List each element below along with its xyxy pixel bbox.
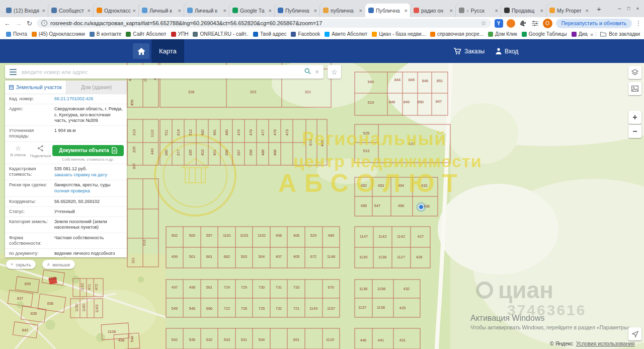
parcel-number[interactable]: 548: [130, 336, 134, 342]
tab-close-icon[interactable]: ×: [42, 8, 45, 14]
parcel-number[interactable]: 672: [310, 254, 317, 259]
parcel-number[interactable]: 535: [189, 337, 196, 342]
parcel-number[interactable]: 721: [293, 306, 300, 311]
parcel-number[interactable]: 1108: [108, 329, 116, 334]
browser-tab[interactable]: Публична×: [275, 4, 320, 17]
bookmark-item[interactable]: (45) Одноклассники: [30, 31, 87, 37]
bookmark-item[interactable]: В контакте: [88, 31, 124, 37]
browser-tab[interactable]: Публична×: [365, 4, 411, 17]
parcel-number[interactable]: 408: [276, 233, 282, 238]
parcel-number[interactable]: 837: [17, 296, 24, 301]
bookmark-item[interactable]: Facebook: [289, 31, 322, 37]
parcel-number[interactable]: 845: [409, 78, 415, 82]
attribution-terms-link[interactable]: Условия использования: [576, 340, 635, 346]
parcel-number[interactable]: 481: [212, 129, 217, 136]
tab-close-icon[interactable]: ×: [223, 8, 226, 14]
parcel-number[interactable]: 557: [206, 233, 213, 238]
parcel-number[interactable]: 452: [361, 183, 367, 188]
parcel-number[interactable]: 471: [87, 284, 92, 291]
parcel-number[interactable]: 1162: [80, 283, 85, 291]
parcel-number[interactable]: 323: [250, 90, 257, 94]
parcel-number[interactable]: 502: [172, 233, 178, 238]
parcel-number[interactable]: 466: [320, 141, 325, 147]
field-link[interactable]: полная проверка: [54, 188, 123, 194]
browser-tab[interactable]: публична×: [320, 4, 365, 17]
parcel-number[interactable]: 406: [293, 233, 300, 238]
parcel-number[interactable]: 725: [259, 306, 265, 311]
parcel-number[interactable]: 732: [276, 306, 282, 311]
parcel-number[interactable]: 313: [142, 240, 146, 246]
login-button[interactable]: Вход: [496, 48, 518, 55]
parcel-number[interactable]: 674: [308, 139, 313, 146]
bookmark-item[interactable]: Сайт Абсолют: [124, 31, 168, 37]
window-close-button[interactable]: ×: [634, 6, 641, 11]
browser-tab[interactable]: радио он×: [411, 4, 456, 17]
parcel-number[interactable]: 407: [276, 254, 282, 259]
layers-button[interactable]: [628, 66, 641, 79]
search-input[interactable]: [21, 68, 300, 76]
bookmark-item[interactable]: УПН: [169, 31, 191, 37]
parcel-number[interactable]: 1158: [377, 287, 385, 291]
parcel-number[interactable]: 731: [276, 285, 282, 290]
browser-tab[interactable]: Личный к×: [184, 4, 229, 17]
tab-house[interactable]: Дом (здание): [66, 81, 127, 94]
parcel-number[interactable]: 1127: [397, 255, 405, 259]
bookmark-item[interactable]: справочная росре...: [428, 31, 486, 37]
tab-close-icon[interactable]: ×: [586, 8, 589, 14]
parcel-number[interactable]: 545: [172, 306, 178, 311]
bookmark-item[interactable]: Дом Клик: [486, 31, 519, 37]
parcel-number[interactable]: 488: [273, 150, 277, 156]
parcel-number[interactable]: 500: [189, 233, 196, 238]
parcel-number[interactable]: 844: [394, 78, 401, 82]
tab-close-icon[interactable]: ×: [450, 8, 453, 14]
parcel-number[interactable]: 454: [398, 183, 405, 188]
tab-close-icon[interactable]: ×: [314, 8, 317, 14]
map-canvas[interactable]: 5408448458468515198488498508475254235134…: [0, 63, 644, 349]
parcel-number[interactable]: 1157: [327, 306, 335, 311]
parcel-number[interactable]: 1149: [309, 306, 317, 311]
parcel-number[interactable]: 512: [188, 129, 193, 136]
parcel-number[interactable]: 1138: [378, 255, 386, 259]
parcel-number[interactable]: 1137: [358, 305, 366, 310]
tab-close-icon[interactable]: ×: [269, 8, 272, 14]
parcel-number[interactable]: 441: [378, 338, 384, 342]
home-button[interactable]: [133, 43, 149, 59]
parcel-number[interactable]: 313: [132, 129, 136, 136]
parcel-number[interactable]: 1139: [359, 255, 367, 259]
share-button[interactable]: Поделиться: [30, 145, 50, 158]
parcel-number[interactable]: 431: [399, 338, 406, 342]
reload-button[interactable]: ↻: [26, 20, 33, 27]
parcel-number[interactable]: 477: [261, 129, 265, 136]
hide-panel-button[interactable]: × скрыть: [6, 260, 36, 269]
maximize-button[interactable]: □: [625, 6, 632, 11]
all-bookmarks-button[interactable]: Все закладки: [596, 31, 640, 37]
parcel-number[interactable]: 486: [261, 150, 265, 156]
parcel-number[interactable]: 489: [328, 233, 335, 238]
restart-update-button[interactable]: Перезапустить и обновить: [556, 19, 632, 28]
parcel-number[interactable]: 691: [293, 337, 300, 342]
parcel-number[interactable]: 542: [172, 337, 178, 342]
bookmark-item[interactable]: Диадок: [570, 31, 588, 37]
parcel-number[interactable]: 726: [241, 306, 248, 311]
parcel-number[interactable]: 497: [172, 285, 178, 290]
parcel-number[interactable]: 1136: [377, 305, 385, 310]
bookmark-item[interactable]: Твой адрес: [251, 31, 288, 37]
parcel-number[interactable]: 532: [206, 337, 213, 342]
tab-land-parcel[interactable]: Земельный участок: [5, 81, 66, 94]
tab-close-icon[interactable]: ×: [540, 8, 543, 14]
parcel-number[interactable]: 401: [212, 150, 217, 156]
parcel-number[interactable]: 835: [31, 311, 37, 316]
parcel-number[interactable]: 533: [224, 337, 230, 342]
parcel-number[interactable]: 321: [305, 90, 311, 94]
tab-close-icon[interactable]: ×: [133, 8, 136, 14]
parcel-number[interactable]: 1161: [223, 233, 231, 238]
tab-close-icon[interactable]: ×: [178, 8, 181, 14]
parcel-number[interactable]: 546: [189, 306, 196, 311]
parcel-number[interactable]: 472: [94, 284, 99, 291]
parcel-number[interactable]: 432: [404, 287, 410, 291]
parcel-number[interactable]: 1152: [258, 233, 266, 238]
parcel-number[interactable]: 534: [259, 337, 265, 342]
tab-close-icon[interactable]: ×: [88, 8, 91, 14]
parcel-number[interactable]: 504: [259, 254, 265, 259]
parcel-number[interactable]: 456: [398, 203, 405, 208]
